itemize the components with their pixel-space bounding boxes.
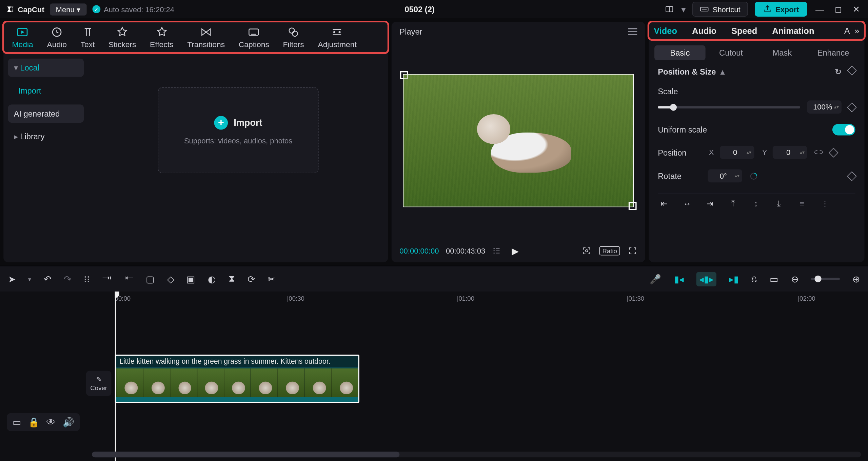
preview-toggle-icon[interactable]: ▭: [770, 274, 778, 284]
preview-frame[interactable]: [403, 74, 634, 207]
rotate-tool-icon[interactable]: ⟳: [248, 274, 255, 284]
keyframe-icon[interactable]: [847, 171, 857, 181]
more-icon[interactable]: »: [854, 26, 859, 36]
inspector-tab-video[interactable]: Video: [654, 26, 677, 36]
position-x[interactable]: 0▴▾: [719, 146, 754, 159]
keyframe-icon[interactable]: [829, 147, 839, 157]
play-button[interactable]: ▶: [512, 245, 518, 256]
align-left-icon[interactable]: ⇤: [659, 199, 669, 208]
mic-icon[interactable]: 🎤: [650, 274, 661, 284]
speaker-icon[interactable]: 🔊: [63, 417, 74, 427]
delete-icon[interactable]: ▢: [146, 274, 154, 284]
layout-icon[interactable]: [665, 5, 674, 14]
subtab-mask[interactable]: Mask: [756, 45, 808, 60]
uniform-scale-toggle[interactable]: [832, 124, 855, 136]
player-menu-icon[interactable]: [628, 28, 637, 35]
export-icon: [763, 5, 772, 14]
zoom-out-icon[interactable]: ⊖: [791, 274, 798, 284]
tool-tab-transitions[interactable]: Transitions: [180, 25, 232, 51]
tool-tab-text[interactable]: Text: [74, 25, 102, 51]
snap-icon[interactable]: ⎌: [751, 274, 757, 284]
position-y[interactable]: 0▴▾: [773, 146, 807, 159]
import-dropzone[interactable]: + Import Supports: videos, audios, photo…: [158, 87, 319, 173]
menu-button[interactable]: Menu ▾: [50, 3, 87, 15]
chevron-down-icon[interactable]: ▾: [28, 276, 31, 282]
magnet-start-icon[interactable]: ▮◂: [674, 274, 684, 284]
zoom-slider[interactable]: [811, 278, 840, 280]
sidebar-item-import[interactable]: Import: [8, 81, 84, 100]
track-add-icon[interactable]: ▭: [13, 417, 21, 427]
menu-label: Menu: [56, 5, 75, 13]
scale-value[interactable]: 100%▴▾: [807, 100, 842, 114]
align-hcenter-icon[interactable]: ↔: [682, 199, 692, 208]
reverse-icon[interactable]: ◐: [208, 274, 216, 284]
mirror-icon[interactable]: ⧗: [229, 274, 235, 284]
sidebar-item-local[interactable]: ▾Local: [8, 59, 84, 77]
crop-tool-icon[interactable]: ◇: [167, 274, 174, 284]
tool-tab-media[interactable]: Media: [5, 25, 40, 51]
cursor-tool-icon[interactable]: ➤: [8, 274, 16, 284]
chevron-down-icon[interactable]: ▾: [681, 4, 686, 15]
maximize-button[interactable]: ◻: [832, 4, 844, 14]
split-icon[interactable]: ⁝⁝: [84, 274, 90, 284]
inspector-tab-audio[interactable]: Audio: [692, 26, 716, 36]
rotate-dial-icon[interactable]: [749, 171, 758, 180]
magnet-center-icon[interactable]: ◂▮▸: [696, 272, 716, 286]
keyframe-icon[interactable]: [847, 102, 857, 112]
sidebar-label: Library: [20, 132, 44, 141]
scale-slider[interactable]: [658, 106, 800, 108]
tool-tab-stickers[interactable]: Stickers: [102, 25, 143, 51]
fullscreen-focus-icon[interactable]: [582, 246, 591, 255]
subtab-cutout[interactable]: Cutout: [706, 45, 757, 60]
tool-tab-captions[interactable]: Captions: [232, 25, 276, 51]
tool-tab-effects[interactable]: Effects: [143, 25, 180, 51]
subtab-enhance[interactable]: Enhance: [808, 45, 859, 60]
stickers-icon: [116, 26, 129, 38]
preview-viewport[interactable]: [392, 41, 645, 239]
frame-icon[interactable]: ▣: [186, 274, 195, 284]
redo-icon[interactable]: ↷: [64, 274, 71, 284]
timeline-ruler[interactable]: 00:00|00:30|01:00|01:30|02:00: [115, 292, 868, 307]
distribute-h-icon[interactable]: ≡: [797, 199, 807, 208]
distribute-v-icon[interactable]: ⋮: [820, 199, 830, 208]
chevron-down-icon[interactable]: ▴: [721, 67, 725, 76]
shortcut-button[interactable]: Shortcut: [692, 2, 748, 17]
close-button[interactable]: ✕: [851, 4, 862, 14]
zoom-in-icon[interactable]: ⊕: [852, 274, 860, 284]
subtab-basic[interactable]: Basic: [654, 45, 706, 60]
export-button[interactable]: Export: [755, 2, 807, 17]
trim-left-icon[interactable]: ⭲: [102, 274, 111, 284]
timeline-tracks-area[interactable]: 00:00|00:30|01:00|01:30|02:00 Little kit…: [115, 292, 868, 461]
align-bottom-icon[interactable]: ⤓: [774, 199, 784, 208]
rotate-value[interactable]: 0°▴▾: [708, 169, 742, 182]
tool-tab-adjustment[interactable]: Adjustment: [311, 25, 363, 51]
reset-icon[interactable]: ↻: [835, 67, 842, 76]
sidebar-item-library[interactable]: ▸Library: [8, 127, 84, 146]
svg-point-9: [289, 28, 295, 33]
video-clip[interactable]: Little kitten walking on the green grass…: [115, 355, 359, 403]
list-icon[interactable]: [492, 246, 501, 255]
trim-right-icon[interactable]: ⭰: [124, 274, 133, 284]
align-right-icon[interactable]: ⇥: [705, 199, 715, 208]
align-vcenter-icon[interactable]: ↕: [751, 199, 761, 208]
timeline-hscrollbar[interactable]: [92, 452, 861, 457]
ratio-button[interactable]: Ratio: [599, 246, 620, 255]
link-icon[interactable]: [814, 148, 823, 157]
lock-icon[interactable]: 🔒: [28, 417, 40, 427]
sidebar-item-ai[interactable]: AI generated: [8, 104, 84, 123]
tool-tab-filters[interactable]: Filters: [276, 25, 311, 51]
minimize-button[interactable]: —: [814, 4, 826, 14]
track-controls: ▭ 🔒 👁 🔊: [7, 413, 80, 431]
crop-icon[interactable]: ✂: [268, 274, 275, 284]
inspector-tab-animation[interactable]: Animation: [772, 26, 814, 36]
undo-icon[interactable]: ↶: [44, 274, 51, 284]
keyframe-icon[interactable]: [847, 66, 857, 76]
tool-tab-audio[interactable]: Audio: [40, 25, 74, 51]
eye-icon[interactable]: 👁: [46, 417, 56, 427]
inspector-tab-overflow[interactable]: A: [844, 26, 850, 36]
inspector-tab-speed[interactable]: Speed: [731, 26, 757, 36]
magnet-end-icon[interactable]: ▸▮: [729, 274, 739, 284]
align-top-icon[interactable]: ⤒: [728, 199, 738, 208]
cover-button[interactable]: ✎ Cover: [86, 371, 111, 396]
expand-icon[interactable]: [628, 246, 637, 255]
